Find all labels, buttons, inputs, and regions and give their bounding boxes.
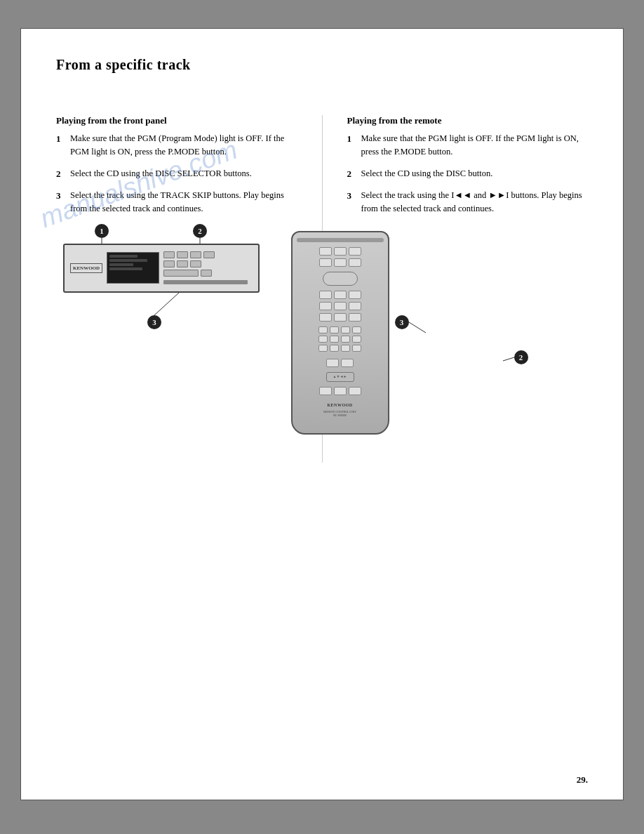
remote-btn <box>319 291 332 299</box>
right-step-3: 3 Select the track using the I◄◄ and ►►I… <box>347 189 589 216</box>
step-num-2: 2 <box>56 167 66 181</box>
remote-btn <box>349 247 361 256</box>
step-num-3: 3 <box>56 189 66 216</box>
remote-btn <box>326 359 339 367</box>
remote-btn <box>334 313 347 322</box>
remote-brand: KENWOOD <box>327 403 352 407</box>
two-column-layout: Playing from the front panel 1 Make sure… <box>56 115 588 463</box>
right-section-heading: Playing from the remote <box>347 115 589 126</box>
remote-btn <box>319 258 332 267</box>
right-step-text-3: Select the track using the I◄◄ and ►►I b… <box>361 189 589 216</box>
left-step-1: 1 Make sure that the PGM (Program Mode) … <box>56 132 297 159</box>
bubble-1: 1 <box>95 224 109 238</box>
right-step-num-3: 3 <box>347 189 357 216</box>
remote-btn <box>334 302 347 310</box>
left-step-3: 3 Select the track using the TRACK SKIP … <box>56 189 297 216</box>
left-step-2: 2 Select the CD using the DISC SELECTOR … <box>56 167 297 181</box>
page-number: 29. <box>577 774 588 786</box>
step-text-2: Select the CD using the DISC SELECTOR bu… <box>70 167 297 181</box>
bubble-2: 2 <box>193 224 207 238</box>
right-step-1: 1 Make sure that the PGM light is OFF. I… <box>347 132 589 159</box>
right-step-text-2: Select the CD using the DISC button. <box>361 167 589 181</box>
svg-line-4 <box>503 357 514 361</box>
page-title: From a specific track <box>56 57 588 73</box>
remote-top-bar <box>297 238 384 242</box>
right-column: Playing from the remote 1 Make sure that… <box>347 115 589 463</box>
remote-btn <box>349 291 361 299</box>
left-column: Playing from the front panel 1 Make sure… <box>56 115 297 463</box>
remote-btn <box>334 291 347 299</box>
cd-player-illustration: KENWOOD <box>63 244 260 293</box>
remote-btn <box>349 387 361 395</box>
remote-control-illustration: ▲▼◄► KENWOOD REMOTE CONTROL UNITRC-80000… <box>291 231 389 435</box>
right-step-text-1: Make sure that the PGM light is OFF. If … <box>361 132 589 159</box>
svg-line-2 <box>154 293 179 315</box>
remote-btn <box>349 313 361 322</box>
right-step-num-1: 1 <box>347 132 357 159</box>
step-text-3: Select the track using the TRACK SKIP bu… <box>70 189 297 216</box>
remote-btn <box>319 313 332 322</box>
cd-display <box>107 252 159 284</box>
cd-controls <box>163 251 253 284</box>
right-step-num-2: 2 <box>347 167 357 181</box>
kenwood-logo: KENWOOD <box>70 263 102 273</box>
remote-btn <box>319 247 332 256</box>
step-text-1: Make sure that the PGM (Program Mode) li… <box>70 132 297 159</box>
bubble-3-remote: 3 <box>395 315 409 329</box>
remote-btn <box>349 302 361 310</box>
bubble-2-remote: 2 <box>514 350 528 364</box>
step-num-1: 1 <box>56 132 66 159</box>
remote-btn <box>319 302 332 310</box>
remote-subtitle: REMOTE CONTROL UNITRC-800000 <box>323 410 356 417</box>
svg-line-3 <box>409 322 426 333</box>
remote-btn <box>349 258 361 267</box>
remote-btn <box>334 387 347 395</box>
remote-btn <box>334 258 347 267</box>
right-step-2: 2 Select the CD using the DISC button. <box>347 167 589 181</box>
remote-btn <box>319 387 332 395</box>
bubble-3-left: 3 <box>147 315 161 329</box>
manual-page: From a specific track Playing from the f… <box>20 28 624 800</box>
left-section-heading: Playing from the front panel <box>56 115 297 126</box>
remote-btn <box>334 247 347 256</box>
remote-btn <box>341 359 354 367</box>
